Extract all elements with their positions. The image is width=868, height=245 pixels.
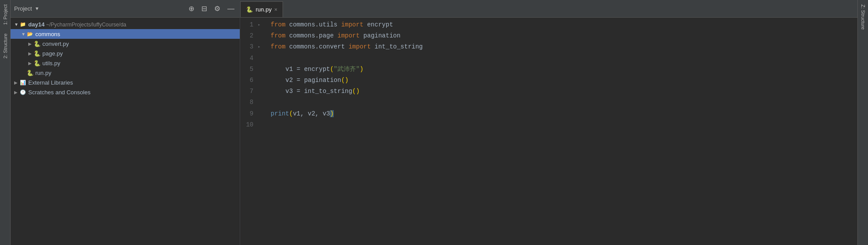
- libs-icon: 📊: [19, 79, 26, 86]
- tab-run-py[interactable]: 🐍 run.py ×: [240, 1, 283, 17]
- arrow-page: ▶: [28, 51, 34, 56]
- sidebar-toolbar: ⊕ ⊟ ⚙ —: [187, 4, 236, 14]
- code-line-2: 2 from commons.page import pagination: [240, 30, 857, 41]
- project-panel-label[interactable]: 1: Project: [1, 0, 10, 29]
- sidebar-title-arrow[interactable]: ▼: [35, 6, 38, 11]
- tab-close-button[interactable]: ×: [274, 7, 277, 13]
- tree-item-commons[interactable]: ▼ 📂 commons: [11, 29, 240, 39]
- tree-item-utils[interactable]: ▶ 🐍 utils.py: [11, 58, 240, 68]
- tree-item-page[interactable]: ▶ 🐍 page.py: [11, 48, 240, 58]
- code-content-7: v3 = int_to_string(): [271, 86, 360, 97]
- arrow-commons: ▼: [21, 32, 26, 37]
- py-icon-run: 🐍: [26, 69, 34, 76]
- code-line-7: 7 v3 = int_to_string(): [240, 86, 857, 97]
- line-num-9: 9: [240, 108, 258, 119]
- tree-item-scratches[interactable]: ▶ 🕐 Scratches and Consoles: [11, 87, 240, 97]
- tab-py-icon: 🐍: [246, 6, 253, 13]
- sidebar-title: Project: [14, 5, 32, 12]
- code-line-9: 9 print(v1, v2, v3): [240, 108, 857, 119]
- scratch-icon: 🕐: [19, 89, 26, 96]
- line-num-10: 10: [240, 119, 258, 130]
- tree-item-external-libs[interactable]: ▶ 📊 External Libraries: [11, 78, 240, 87]
- tree-label-external-libs: External Libraries: [28, 79, 73, 86]
- code-line-3: 3 ▸ from commons.convert import int_to_s…: [240, 41, 857, 52]
- app-window: 1: Project 2: Structure Project ▼ ⊕ ⊟ ⚙ …: [0, 0, 868, 245]
- line-num-4: 4: [240, 53, 258, 64]
- left-tool-strip: 1: Project 2: Structure: [0, 0, 11, 245]
- folder-icon-commons: 📂: [26, 30, 34, 37]
- code-content-9: print(v1, v2, v3): [271, 108, 334, 119]
- hide-button[interactable]: —: [226, 4, 236, 14]
- tree-label-convert: convert.py: [42, 41, 69, 47]
- tree-label-day14: day14 ~/PycharmProjects/luffyCourse/da: [28, 21, 126, 28]
- code-line-5: 5 v1 = encrypt("武沛齐"): [240, 64, 857, 75]
- settings-button[interactable]: ⚙: [212, 4, 222, 14]
- editor-tab-bar: 🐍 run.py ×: [240, 0, 857, 18]
- py-icon-utils: 🐍: [34, 59, 41, 67]
- code-body: 1 ▸ from commons.utils import encrypt 2 …: [240, 19, 857, 245]
- editor-panel: 🐍 run.py × 1 ▸ from commons.utils import…: [240, 0, 857, 245]
- project-sidebar: Project ▼ ⊕ ⊟ ⚙ — ▼ 📁 day14 ~/PycharmPro…: [11, 0, 240, 245]
- arrow-convert: ▶: [28, 41, 34, 46]
- code-line-6: 6 v2 = pagination(): [240, 75, 857, 86]
- project-tree: ▼ 📁 day14 ~/PycharmProjects/luffyCourse/…: [11, 18, 240, 245]
- arrow-external: ▶: [14, 80, 19, 85]
- code-line-4: 4: [240, 53, 857, 64]
- collapse-button[interactable]: ⊟: [200, 4, 209, 14]
- sidebar-header: Project ▼ ⊕ ⊟ ⚙ —: [11, 0, 240, 18]
- code-content-5: v1 = encrypt("武沛齐"): [271, 64, 363, 75]
- code-line-10: 10: [240, 119, 857, 130]
- tree-label-scratches: Scratches and Consoles: [28, 89, 91, 96]
- arrow-scratches: ▶: [14, 90, 19, 95]
- tree-label-utils: utils.py: [42, 60, 60, 67]
- tab-label: run.py: [256, 6, 272, 13]
- code-line-8: 8: [240, 97, 857, 108]
- structure-panel-label[interactable]: 2: Structure: [1, 29, 10, 63]
- py-icon-page: 🐍: [34, 50, 41, 57]
- line-num-3: 3: [240, 41, 258, 52]
- code-content-2: from commons.page import pagination: [271, 30, 400, 41]
- arrow-utils: ▶: [28, 61, 34, 66]
- tree-item-run[interactable]: 🐍 run.py: [11, 68, 240, 78]
- sync-button[interactable]: ⊕: [187, 4, 196, 14]
- code-content-1: from commons.utils import encrypt: [271, 19, 393, 30]
- tree-label-run: run.py: [35, 70, 51, 76]
- editor-code-area: 1 ▸ from commons.utils import encrypt 2 …: [240, 18, 857, 245]
- line-num-6: 6: [240, 75, 258, 86]
- code-content-6: v2 = pagination(): [271, 75, 348, 86]
- fold-btn-3[interactable]: ▸: [258, 43, 266, 51]
- arrow-day14: ▼: [14, 22, 19, 27]
- line-num-5: 5: [240, 64, 258, 75]
- folder-icon-day14: 📁: [19, 21, 26, 28]
- code-line-1: 1 ▸ from commons.utils import encrypt: [240, 19, 857, 30]
- line-num-7: 7: [240, 86, 258, 97]
- line-num-2: 2: [240, 30, 258, 41]
- right-tool-strip: Z: Structure: [857, 0, 868, 245]
- line-num-8: 8: [240, 97, 258, 108]
- py-icon-convert: 🐍: [34, 40, 41, 47]
- structure-label[interactable]: Z: Structure: [859, 0, 868, 34]
- code-content-3: from commons.convert import int_to_strin…: [271, 41, 423, 52]
- tree-label-page: page.py: [42, 50, 63, 57]
- tree-item-day14[interactable]: ▼ 📁 day14 ~/PycharmProjects/luffyCourse/…: [11, 19, 240, 29]
- fold-btn-1[interactable]: ▸: [258, 21, 266, 29]
- tree-item-convert[interactable]: ▶ 🐍 convert.py: [11, 39, 240, 48]
- tree-label-commons: commons: [35, 31, 60, 37]
- line-num-1: 1: [240, 19, 258, 30]
